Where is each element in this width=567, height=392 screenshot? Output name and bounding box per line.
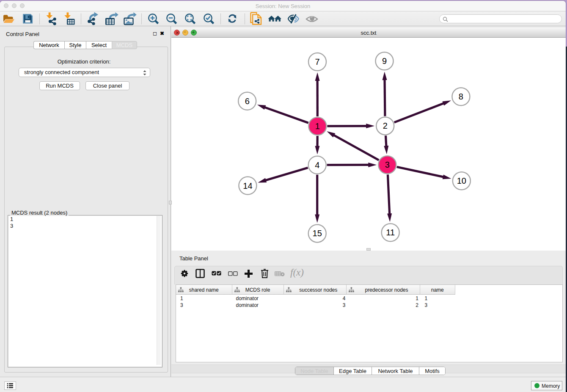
svg-text:8: 8 [459, 92, 463, 101]
svg-text:6: 6 [245, 97, 250, 106]
svg-text:4: 4 [315, 160, 319, 170]
svg-text:3: 3 [385, 160, 390, 169]
svg-text:14: 14 [243, 181, 252, 190]
svg-text:15: 15 [313, 229, 322, 238]
svg-text:1: 1 [315, 121, 320, 131]
svg-text:11: 11 [386, 228, 395, 237]
svg-text:10: 10 [457, 176, 466, 185]
svg-text:7: 7 [315, 57, 319, 66]
svg-text:9: 9 [382, 56, 387, 66]
svg-text:2: 2 [383, 121, 388, 130]
